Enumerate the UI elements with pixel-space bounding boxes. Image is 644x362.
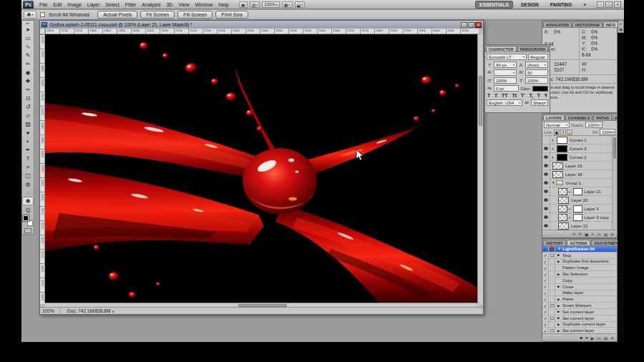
action-toggle-checkbox[interactable]: ✓ bbox=[542, 259, 549, 265]
menu-window[interactable]: Window bbox=[192, 2, 215, 7]
eyedropper-tool-icon[interactable]: ◉ bbox=[22, 68, 34, 77]
visibility-toggle[interactable] bbox=[542, 170, 550, 179]
horizontal-scale-field[interactable]: 100% bbox=[525, 77, 548, 84]
quick-selection-tool-icon[interactable]: ✎ bbox=[22, 51, 34, 59]
layer-thumbnail[interactable] bbox=[558, 222, 569, 230]
layer-thumbnail[interactable] bbox=[558, 197, 569, 204]
option-button-fill-screen[interactable]: Fill Screen bbox=[177, 11, 213, 19]
action-toggle-checkbox[interactable]: ✓ bbox=[542, 265, 549, 270]
menu-filter[interactable]: Filter bbox=[122, 2, 140, 7]
visibility-toggle[interactable] bbox=[542, 205, 550, 213]
new-adjustment-layer-icon[interactable]: ◐ bbox=[592, 232, 595, 236]
gradient-tool-icon[interactable]: ▨ bbox=[22, 119, 34, 128]
background-color-swatch[interactable] bbox=[27, 220, 33, 226]
zoom-level-button[interactable]: 100%▾ bbox=[262, 1, 279, 8]
lasso-tool-icon[interactable]: ∿ bbox=[22, 42, 34, 51]
quick-mask-button[interactable] bbox=[24, 228, 31, 233]
action-toggle-checkbox[interactable]: ✓ bbox=[542, 284, 549, 290]
view-extras-icon[interactable]: ▥▾ bbox=[250, 1, 260, 8]
opacity-field[interactable]: 100%▾ bbox=[585, 122, 602, 128]
menu-view[interactable]: View bbox=[175, 2, 192, 7]
collapse-panels-icon[interactable]: « bbox=[620, 21, 622, 26]
action-row[interactable]: ✓▶Smart Sharpen bbox=[542, 303, 617, 309]
modal-control-toggle[interactable] bbox=[549, 315, 555, 321]
layer-mask-thumbnail[interactable] bbox=[557, 137, 567, 144]
canvas[interactable] bbox=[45, 34, 479, 304]
tab-navigator[interactable]: NAVIGATOR bbox=[543, 21, 572, 27]
delete-layer-icon[interactable]: ✕ bbox=[610, 232, 614, 237]
zoom-tool-icon[interactable]: Q bbox=[22, 205, 34, 214]
close-button[interactable]: ✕ bbox=[614, 1, 621, 8]
tab-histogram[interactable]: HISTOGRAM bbox=[572, 21, 602, 27]
font-family-select[interactable]: Eurostile LT▾ bbox=[487, 54, 527, 60]
action-row[interactable]: ✓Make layer bbox=[542, 290, 617, 297]
action-toggle-checkbox[interactable]: ✓ bbox=[542, 278, 549, 283]
current-tool-badge[interactable]: ✽ ▾ bbox=[24, 11, 36, 19]
menu-analysis[interactable]: Analysis bbox=[139, 2, 163, 7]
healing-brush-tool-icon[interactable]: ✚ bbox=[22, 77, 34, 85]
visibility-toggle[interactable] bbox=[542, 222, 550, 230]
action-row[interactable]: ✓▶Set current layer bbox=[542, 315, 617, 322]
font-style-select[interactable]: Regular bbox=[528, 54, 548, 60]
visibility-toggle[interactable] bbox=[542, 179, 550, 187]
tab-actions[interactable]: ACTIONS bbox=[567, 240, 590, 245]
expand-triangle-icon[interactable]: ▶ bbox=[557, 316, 561, 320]
menu-3d[interactable]: 3D bbox=[163, 2, 175, 7]
lock-icon-2[interactable]: 🔒 bbox=[567, 129, 572, 135]
modal-control-toggle[interactable] bbox=[549, 284, 555, 290]
new-group-icon[interactable]: ▭ bbox=[597, 232, 601, 237]
action-row[interactable]: ✓▶Duplicate first document bbox=[542, 259, 617, 265]
layer-row[interactable]: ▼Group 1 bbox=[542, 179, 617, 187]
lock-icon-1[interactable]: ✛ bbox=[560, 129, 566, 135]
layer-style-icon[interactable]: fx bbox=[578, 232, 582, 236]
visibility-toggle[interactable] bbox=[542, 153, 550, 162]
minimize-button[interactable]: – bbox=[597, 1, 604, 8]
workspace-more-button[interactable]: » bbox=[580, 1, 590, 8]
modal-control-toggle[interactable] bbox=[549, 296, 555, 302]
workspace-essentials[interactable]: ESSENTIALS bbox=[475, 1, 513, 9]
action-toggle-checkbox[interactable]: ✓ bbox=[542, 271, 549, 277]
visibility-toggle[interactable] bbox=[542, 145, 550, 153]
tab-history[interactable]: HISTORY bbox=[543, 240, 566, 245]
expand-triangle-icon[interactable]: ▶ bbox=[557, 298, 561, 301]
3d-orbit-tool-icon[interactable]: ◌ bbox=[22, 188, 34, 197]
status-zoom-field[interactable]: 100% bbox=[40, 308, 60, 315]
path-selection-tool-icon[interactable]: ➢ bbox=[22, 162, 34, 171]
anti-alias-select[interactable]: Sharp▾ bbox=[531, 99, 548, 106]
modal-control-toggle[interactable] bbox=[549, 271, 555, 277]
font-size-select[interactable]: 94 px▾ bbox=[494, 62, 517, 68]
crop-tool-icon[interactable]: ✂ bbox=[22, 59, 34, 68]
tab-info[interactable]: INFO bbox=[603, 21, 618, 27]
visibility-toggle[interactable] bbox=[542, 213, 550, 222]
action-toggle-checkbox[interactable]: ✓ bbox=[542, 290, 549, 296]
modal-control-toggle[interactable] bbox=[549, 265, 555, 270]
arrange-documents-icon[interactable]: ▦▾ bbox=[282, 1, 293, 8]
layer-row[interactable]: ◐Curves 1 bbox=[542, 136, 617, 145]
screen-mode-icon[interactable]: ⬓▾ bbox=[295, 1, 306, 8]
stop-playing-icon[interactable]: ■ bbox=[580, 336, 582, 340]
language-select[interactable]: English: USA▾ bbox=[487, 99, 522, 106]
layer-row[interactable]: Layer 18 bbox=[542, 170, 617, 179]
new-set-icon[interactable]: ▭ bbox=[597, 336, 601, 341]
action-toggle-checkbox[interactable]: ✓ bbox=[542, 315, 549, 321]
action-row[interactable]: ✓▶Paste bbox=[542, 296, 617, 303]
text-style-button-7[interactable]: Ŧ bbox=[545, 93, 547, 98]
action-toggle-checkbox[interactable]: ✓ bbox=[542, 322, 549, 328]
tab-character[interactable]: CHARACTER bbox=[486, 46, 517, 52]
hand-tool-icon[interactable]: ✽ bbox=[22, 197, 34, 205]
layer-thumbnail[interactable] bbox=[558, 188, 567, 195]
action-row[interactable]: ✓▶Duplicate current layer bbox=[542, 322, 617, 328]
action-row[interactable]: ✓▶Stop bbox=[542, 253, 617, 259]
scroll-all-windows-checkbox[interactable] bbox=[40, 12, 45, 17]
action-row[interactable]: ✓Copy bbox=[542, 278, 617, 284]
menu-layer[interactable]: Layer bbox=[84, 2, 103, 7]
text-color-swatch[interactable] bbox=[532, 86, 548, 92]
restore-button[interactable]: ▢ bbox=[605, 1, 613, 8]
action-toggle-checkbox[interactable]: ✓ bbox=[542, 303, 549, 308]
action-row[interactable]: ✓▶Set current layer bbox=[542, 328, 617, 333]
move-tool-icon[interactable]: ➤ bbox=[22, 25, 34, 34]
leading-select[interactable]: (Auto)▾ bbox=[525, 62, 548, 68]
action-row[interactable]: ✓▶Set current layer bbox=[542, 309, 617, 315]
expand-triangle-icon[interactable]: ▼ bbox=[557, 247, 561, 250]
delete-action-icon[interactable]: ✕ bbox=[610, 336, 614, 341]
